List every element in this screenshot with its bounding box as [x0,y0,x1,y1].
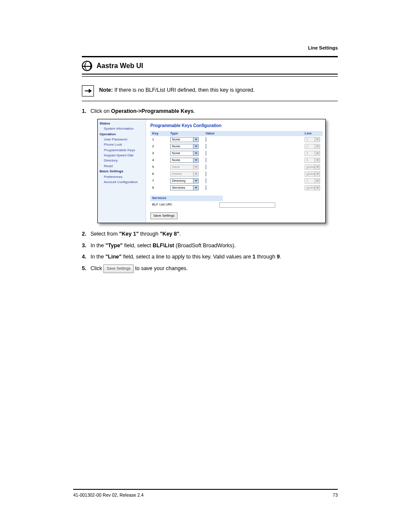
cell-type: Delete [170,171,206,177]
type-select[interactable]: None [170,144,199,149]
sidebar-item-sysinfo[interactable]: System Information [98,126,146,131]
type-select[interactable]: None [170,137,199,142]
chevron-down-icon [193,186,198,190]
th-key: Key [150,131,170,136]
embedded-screenshot: Status System Information Operation User… [97,119,326,223]
step-2-bold-a: "Key 1" [119,231,139,237]
sidebar-item-reset[interactable]: Reset [98,164,146,169]
cell-line: 1 [305,178,323,184]
cell-type: Save [170,165,206,170]
page-footer: 41-001302-00 Rev 02, Release 2.4 73 [73,489,338,498]
chevron-down-icon [314,186,320,190]
cell-line: 1 [305,137,323,142]
sidebar-item-progkeys[interactable]: Programmable Keys [98,148,146,153]
sidebar-item-directory[interactable]: Directory [98,158,146,163]
chevron-down-icon [314,151,320,156]
chevron-down-icon [193,144,198,149]
cell-key: 1 [150,137,170,142]
line-select: 1 [305,151,320,156]
sidebar-item-acct[interactable]: Account Configuration [98,180,146,185]
cell-type: None [170,158,206,163]
table-row: 8Servicesglobal [150,184,323,191]
step-5: 5. Click Save Settings to save your chan… [82,264,338,273]
value-input[interactable] [206,178,206,183]
sidebar-item-phonelock[interactable]: Phone Lock [98,142,146,147]
blf-input[interactable] [219,202,275,208]
note-text: Note: If there is no BLF/List URI define… [99,85,255,94]
chevron-down-icon [193,179,198,183]
step-3-text-b: field, select [123,243,153,249]
value-input[interactable] [206,158,206,162]
step-2: 2. Select from "Key 1" through "Key 8". [82,230,338,238]
note-body: If there is no BLF/List URI defined, the… [114,87,255,93]
th-type: Type [170,131,206,136]
value-input[interactable] [206,185,206,190]
step-1: 1. Click on Operation->Programmable Keys… [82,107,338,115]
cell-key: 6 [150,172,170,176]
note-label: Note: [99,87,113,93]
value-input[interactable] [206,171,206,176]
step-4-text-b: field, select a line to apply to this ke… [121,254,252,260]
table-row: 5Saveglobal [150,164,323,171]
step-4-bold-a: "Line" [106,254,122,260]
cell-value [206,158,305,162]
cell-line: 1 [305,158,323,163]
table-row: 7Directory1 [150,177,323,184]
chevron-down-icon [314,179,320,183]
cell-line: 1 [305,151,323,156]
cell-value [206,186,305,190]
chevron-down-icon [314,144,320,149]
save-settings-button[interactable]: Save Settings [150,212,177,219]
footer-right: 73 [333,492,338,498]
cell-type: None [170,137,206,142]
step-4-num: 4. [82,254,86,260]
step-1-bold: Operation->Programmable Keys [111,108,193,114]
value-input[interactable] [206,165,206,169]
double-rule [82,74,338,77]
type-select[interactable]: None [170,151,199,156]
chevron-down-icon [314,137,320,142]
step-5-text-b: to save your changes. [135,265,188,271]
th-value: Value [206,131,305,136]
sidebar-cat-status: Status [98,121,146,126]
cell-line: global [305,185,323,190]
step-3-bold-a: "Type" [106,243,123,249]
step-2-text-a: Select from [90,231,119,237]
step-2-num: 2. [82,231,86,237]
step-1-suffix: . [193,108,195,114]
chevron-down-icon [193,165,198,169]
step-1-num: 1. [82,108,86,114]
cell-type: None [170,151,206,156]
type-select[interactable]: None [170,158,199,163]
cell-key: 8 [150,186,170,190]
footer-left: 41-001302-00 Rev 02, Release 2.4 [73,492,143,498]
table-row: 2None1 [150,143,323,150]
type-select: Save [170,165,199,170]
type-select[interactable]: Services [170,185,199,190]
cell-key: 2 [150,144,170,149]
section-bar: Aastra Web UI [82,57,338,74]
sidebar-cat-basic: Basic Settings [98,169,146,174]
table-row: 3None1 [150,150,323,157]
sidebar-item-userpw[interactable]: User Password [98,137,146,142]
line-select: global [305,171,320,177]
step-2-bold-b: "Key 8" [160,231,179,237]
chevron-down-icon [314,172,320,176]
cell-value [206,179,305,183]
sidebar-item-prefs[interactable]: Preferences [98,174,146,180]
value-input[interactable] [206,137,206,142]
cell-value [206,137,305,142]
cell-key: 7 [150,179,170,183]
step-2-text-b: through [139,231,160,237]
value-input[interactable] [206,144,206,149]
step-3-bold-b: BLF\List [153,243,174,249]
step-3-num: 3. [82,243,86,249]
value-input[interactable] [206,151,206,156]
section-title: Aastra Web UI [97,62,143,70]
step-4-text-c: through [255,254,277,260]
sidebar-item-keypad[interactable]: Keypad Speed Dial [98,153,146,158]
line-select: 1 [305,178,320,184]
type-select[interactable]: Directory [170,178,199,184]
cell-value [206,144,305,149]
cell-line: 1 [305,144,323,149]
